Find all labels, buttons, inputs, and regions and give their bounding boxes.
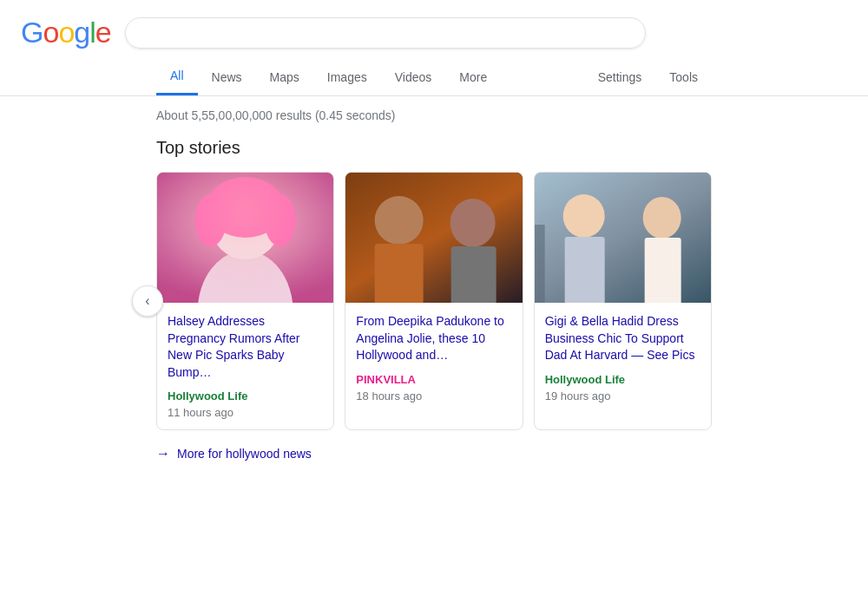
story-card-2[interactable]: From Deepika Padukone to Angelina Jolie,… <box>345 172 523 430</box>
more-link-arrow-icon: → <box>156 446 170 461</box>
search-bar: hollywood news <box>125 17 646 49</box>
story-time-1: 11 hours ago <box>168 406 323 419</box>
story-content-1: Halsey Addresses Pregnancy Rumors After … <box>157 303 333 429</box>
tab-more[interactable]: More <box>445 60 501 95</box>
svg-point-22 <box>642 197 681 239</box>
story-time-3: 19 hours ago <box>545 389 700 402</box>
tab-videos[interactable]: Videos <box>381 60 446 95</box>
stories-grid: Halsey Addresses Pregnancy Rumors After … <box>156 172 712 430</box>
nav-right: Settings Tools <box>584 60 712 95</box>
tab-tools[interactable]: Tools <box>655 60 712 95</box>
story-headline-3: Gigi & Bella Hadid Dress Business Chic T… <box>545 313 700 364</box>
story-source-2: PINKVILLA <box>356 373 511 386</box>
story-card-3[interactable]: Gigi & Bella Hadid Dress Business Chic T… <box>534 172 712 430</box>
more-for-hollywood-news-link[interactable]: → More for hollywood news <box>156 430 712 461</box>
story-time-2: 18 hours ago <box>356 389 511 402</box>
svg-rect-19 <box>535 173 711 303</box>
svg-point-20 <box>562 194 604 238</box>
story-source-3: Hollywood Life <box>545 373 700 386</box>
svg-point-12 <box>265 194 296 246</box>
google-logo[interactable]: Google <box>21 16 111 49</box>
tab-images[interactable]: Images <box>313 60 381 95</box>
stories-container: ‹ <box>156 172 712 430</box>
story-content-3: Gigi & Bella Hadid Dress Business Chic T… <box>535 303 711 413</box>
story-card-1[interactable]: Halsey Addresses Pregnancy Rumors After … <box>156 172 334 430</box>
tab-all[interactable]: All <box>156 58 198 95</box>
tab-news[interactable]: News <box>198 60 256 95</box>
back-arrow-button[interactable]: ‹ <box>132 285 163 317</box>
top-stories-title: Top stories <box>156 138 712 158</box>
story-headline-2: From Deepika Padukone to Angelina Jolie,… <box>356 313 511 364</box>
svg-point-10 <box>207 177 285 238</box>
search-input[interactable]: hollywood news <box>140 25 612 41</box>
story-content-2: From Deepika Padukone to Angelina Jolie,… <box>345 303 522 413</box>
svg-rect-23 <box>644 238 681 303</box>
story-source-1: Hollywood Life <box>168 389 323 402</box>
story-image-2 <box>345 173 522 303</box>
tab-maps[interactable]: Maps <box>256 60 313 95</box>
svg-rect-7 <box>157 173 333 303</box>
svg-rect-24 <box>535 225 545 303</box>
svg-rect-21 <box>564 237 604 303</box>
nav-tabs: All News Maps Images Videos More Setting… <box>0 58 868 96</box>
tab-settings[interactable]: Settings <box>584 60 656 95</box>
results-area: About 5,55,00,00,000 results (0.45 secon… <box>0 96 868 479</box>
story-image-3 <box>535 173 711 303</box>
more-link-text: More for hollywood news <box>177 447 312 461</box>
svg-point-11 <box>195 194 227 246</box>
search-icons <box>621 25 631 41</box>
story-image-1 <box>157 173 333 303</box>
svg-point-8 <box>198 251 293 303</box>
results-count: About 5,55,00,00,000 results (0.45 secon… <box>156 108 712 122</box>
svg-point-9 <box>211 190 280 259</box>
header: Google hollywood news <box>0 0 868 58</box>
svg-rect-18 <box>345 173 522 303</box>
story-headline-1: Halsey Addresses Pregnancy Rumors After … <box>168 313 323 381</box>
